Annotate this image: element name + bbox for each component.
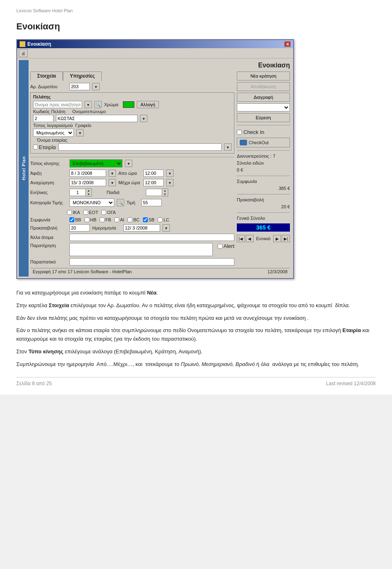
alert-checkbox-label[interactable]: Alert <box>218 243 234 249</box>
nav-last-button[interactable]: ▶| <box>282 235 290 242</box>
adults-input[interactable] <box>69 189 86 196</box>
customer-name-input[interactable] <box>56 115 138 122</box>
top-title: Lexicon Software Hotel Plan <box>16 8 376 13</box>
children-up[interactable]: ▲ <box>162 189 168 192</box>
deposit-date-dropdown[interactable]: ▼ <box>163 224 170 232</box>
toolbar-print-button[interactable]: 🖨 <box>19 49 28 57</box>
grand-total-label: Γενικό Σύνολο <box>237 216 265 221</box>
remarks-textarea[interactable] <box>69 243 213 256</box>
oga-checkbox[interactable] <box>101 210 106 215</box>
deposit-right-value: 20 € <box>281 204 290 209</box>
hb-checkbox[interactable] <box>85 217 89 222</box>
sb-checkbox[interactable] <box>143 217 148 222</box>
lc-checkbox[interactable] <box>158 217 163 222</box>
eot-checkbox[interactable] <box>83 210 88 215</box>
checkin-label: Check In <box>243 129 264 135</box>
receipt-label: Παραστατικό <box>30 259 67 264</box>
nav-prev-button[interactable]: ◀ <box>246 235 254 242</box>
tab-ypiresias[interactable]: Υπηρεσίες <box>63 71 102 81</box>
right-dropdown[interactable] <box>237 103 290 112</box>
ika-checkbox[interactable] <box>67 210 72 215</box>
account-dropdown[interactable]: ▼ <box>76 129 84 136</box>
fb-checkbox[interactable] <box>100 217 105 222</box>
lc-checkbox-label[interactable]: LC <box>158 217 169 222</box>
nav-first-button[interactable]: |◀ <box>237 235 245 242</box>
customer-section: Πελάτης ▼ 🔍 Χρώμα Αλλαγή <box>30 92 234 154</box>
nav-next-button[interactable]: ▶ <box>273 235 281 242</box>
price-cat-search[interactable]: 🔍 <box>117 199 124 206</box>
body-text: Για να καταχωρήσουμε μια ενοικίαση πατάμ… <box>16 289 376 369</box>
ika-checkbox-label[interactable]: ΙΚΑ <box>67 210 80 215</box>
company-checkbox[interactable] <box>33 145 38 150</box>
room-dropdown[interactable]: ▼ <box>92 83 100 90</box>
alert-checkbox[interactable] <box>218 244 223 249</box>
page-footer: Σελίδα 8 από 25 Last revised 12/4/2008 <box>16 377 376 386</box>
customer-name-dropdown[interactable]: ▼ <box>140 115 147 122</box>
new-reservation-button[interactable]: Νέα κράτηση <box>237 71 290 80</box>
eot-checkbox-label[interactable]: ΕΟΤ <box>83 210 98 215</box>
color-box <box>123 101 134 108</box>
customer-search-input[interactable] <box>33 101 82 108</box>
mov-type-select[interactable]: Επιβεβαιωμένη <box>69 159 122 167</box>
children-down[interactable]: ▼ <box>162 192 168 196</box>
sb-checkbox-label[interactable]: SB <box>143 217 155 222</box>
departure-date-dropdown[interactable]: ▼ <box>109 179 116 186</box>
price-input[interactable] <box>141 199 162 206</box>
customer-search-dropdown[interactable]: ▼ <box>85 101 92 108</box>
save-button[interactable]: Αποθήκευση <box>237 82 290 91</box>
customer-search-button[interactable]: 🔍 <box>94 101 102 108</box>
mov-type-dropdown[interactable]: ▼ <box>125 160 132 167</box>
checkin-checkbox[interactable] <box>237 130 242 135</box>
company-dropdown[interactable]: ▼ <box>224 143 232 151</box>
arrival-date-input[interactable] <box>69 170 106 177</box>
nights-label: Διανυκτερεύσεις : 7 <box>237 154 275 158</box>
deposit-input[interactable] <box>69 224 90 232</box>
company-label: Εταιρία <box>39 144 56 150</box>
adults-up[interactable]: ▲ <box>86 189 91 192</box>
room-input[interactable] <box>69 83 90 90</box>
checkout-button[interactable]: CheckOut <box>237 138 290 147</box>
company-name-input[interactable] <box>58 143 222 151</box>
bc-checkbox[interactable] <box>127 217 132 222</box>
agreement-label: Συμφωνία <box>30 217 67 222</box>
others-input[interactable] <box>69 234 234 241</box>
tab-stoixeia[interactable]: Στοιχεία <box>30 71 63 81</box>
bb-checkbox[interactable] <box>69 217 74 222</box>
oga-checkbox-label[interactable]: ΟΓΑ <box>101 210 116 215</box>
receipt-input[interactable] <box>69 258 234 266</box>
memo-select[interactable]: Μεμονωμένος <box>33 129 74 137</box>
fb-checkbox-label[interactable]: FB <box>100 217 111 222</box>
arrival-date-dropdown[interactable]: ▼ <box>109 170 116 177</box>
from-time-dropdown[interactable]: ▼ <box>166 170 174 177</box>
deposit-date-input[interactable] <box>123 224 160 232</box>
ai-checkbox-label[interactable]: AI <box>114 217 124 222</box>
departure-date-input[interactable] <box>69 179 106 186</box>
window-close-button[interactable]: ✕ <box>284 41 291 47</box>
oga-label: ΟΓΑ <box>107 210 116 215</box>
find-button[interactable]: Εύρεση <box>237 113 290 122</box>
delete-button[interactable]: Διαγραφή <box>237 93 290 102</box>
color-label: Χρώμα <box>104 102 120 107</box>
children-input[interactable] <box>146 189 162 196</box>
to-time-dropdown[interactable]: ▼ <box>166 179 174 186</box>
page-heading: Ενοικίαση <box>16 21 376 32</box>
others-label: Άλλα άτομα <box>30 235 67 240</box>
price-cat-select[interactable]: ΜΟΝΟΚΛΙΝΟ <box>69 199 114 207</box>
ai-checkbox[interactable] <box>114 217 119 222</box>
customer-code-input[interactable] <box>33 115 53 122</box>
to-time-input[interactable] <box>143 179 164 186</box>
status-left: Εγγραφή 17 απο 17 Lexicon Software - Hot… <box>33 269 132 274</box>
hb-checkbox-label[interactable]: HB <box>85 217 96 222</box>
company-checkbox-label[interactable]: Εταιρία <box>33 144 56 150</box>
adults-down[interactable]: ▼ <box>86 192 91 196</box>
from-time-input[interactable] <box>143 170 164 177</box>
body-para-2: Στην καρτέλα Στοιχεία επιλέγουμε τον Αρ.… <box>16 301 376 310</box>
bb-checkbox-label[interactable]: BB <box>69 217 81 222</box>
total-types-value: 0 € <box>237 167 243 172</box>
agreement-right-value: 385 € <box>278 186 290 191</box>
window-header-label: Ενοικίαση <box>258 62 290 69</box>
status-right: 12/3/2008 <box>267 269 287 274</box>
bc-checkbox-label[interactable]: BC <box>127 217 139 222</box>
change-button[interactable]: Αλλαγή <box>137 101 159 108</box>
body-para-3: Εάν δεν είναι πελάτης μας πρέπει να κατα… <box>16 314 376 323</box>
